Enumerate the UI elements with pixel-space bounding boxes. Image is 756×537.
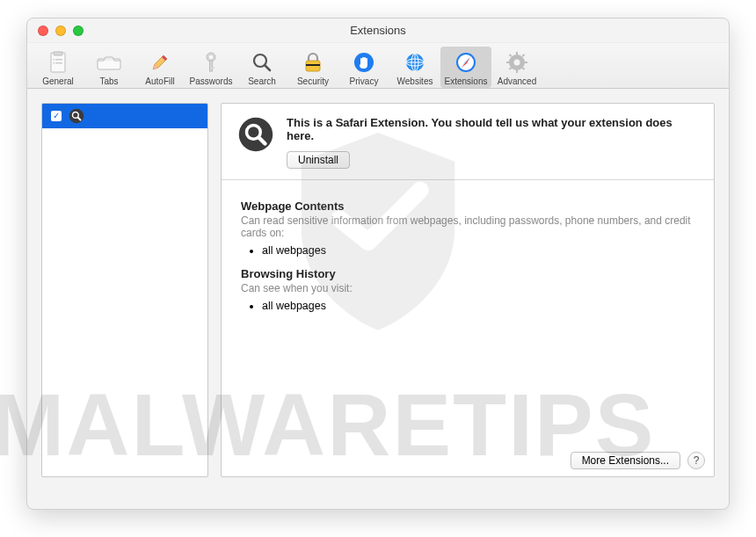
list-item: all webpages xyxy=(262,244,694,257)
traffic-lights xyxy=(27,25,84,36)
tab-label: Tabs xyxy=(84,76,134,86)
preferences-toolbar: General Tabs AutoFill Passwords Search xyxy=(27,43,729,89)
svg-rect-14 xyxy=(306,64,320,66)
svg-rect-29 xyxy=(509,54,512,57)
tab-advanced[interactable]: Advanced xyxy=(491,47,542,88)
content-area: ✓ This is a Safari Extension. You should… xyxy=(27,89,729,491)
section-heading: Browsing History xyxy=(241,267,694,280)
svg-rect-9 xyxy=(210,61,213,71)
svg-point-4 xyxy=(53,59,55,61)
detail-footer: More Extensions... ? xyxy=(571,452,705,469)
tab-label: Extensions xyxy=(440,76,491,86)
svg-point-33 xyxy=(69,109,84,124)
extension-description: This is a Safari Extension. You should t… xyxy=(287,116,698,142)
svg-rect-3 xyxy=(55,62,62,64)
section-text: Can read sensitive information from webp… xyxy=(241,214,694,239)
tab-label: Websites xyxy=(389,76,440,86)
extension-list-item[interactable]: ✓ xyxy=(42,104,207,128)
svg-line-12 xyxy=(265,65,270,70)
tab-general[interactable]: General xyxy=(33,47,84,88)
globe-icon xyxy=(403,50,427,75)
svg-point-5 xyxy=(53,62,55,64)
tab-websites[interactable]: Websites xyxy=(389,47,440,88)
compass-icon xyxy=(454,50,478,75)
tab-label: Search xyxy=(236,76,287,86)
gear-icon xyxy=(505,50,529,75)
preferences-window: Extensions General Tabs AutoFill Passw xyxy=(26,18,730,510)
tabs-icon xyxy=(97,50,121,75)
section-list: all webpages xyxy=(262,244,694,257)
svg-rect-31 xyxy=(522,54,526,57)
list-item: all webpages xyxy=(262,300,694,312)
tab-security[interactable]: Security xyxy=(287,47,338,88)
tab-label: Security xyxy=(287,76,338,86)
extension-enable-checkbox[interactable]: ✓ xyxy=(51,111,62,121)
svg-rect-1 xyxy=(54,52,62,55)
tab-extensions[interactable]: Extensions xyxy=(440,47,491,88)
section-heading: Webpage Contents xyxy=(241,200,694,213)
uninstall-button[interactable]: Uninstall xyxy=(287,151,350,169)
minimize-icon[interactable] xyxy=(55,25,66,36)
tab-label: Passwords xyxy=(185,76,236,86)
tab-label: AutoFill xyxy=(134,76,185,86)
tab-label: Privacy xyxy=(338,76,389,86)
tab-tabs[interactable]: Tabs xyxy=(84,47,134,88)
close-icon[interactable] xyxy=(38,25,48,36)
tab-passwords[interactable]: Passwords xyxy=(185,47,236,88)
extension-detail: This is a Safari Extension. You should t… xyxy=(221,103,715,477)
zoom-icon[interactable] xyxy=(73,25,84,36)
permissions-body: Webpage Contents Can read sensitive info… xyxy=(222,180,714,338)
svg-point-36 xyxy=(239,118,273,152)
key-icon xyxy=(199,50,223,75)
svg-rect-27 xyxy=(506,62,510,63)
tab-autofill[interactable]: AutoFill xyxy=(134,47,185,88)
general-icon xyxy=(46,50,70,75)
svg-rect-2 xyxy=(55,59,62,61)
help-button[interactable]: ? xyxy=(687,452,705,469)
more-extensions-button[interactable]: More Extensions... xyxy=(571,452,680,469)
window-title: Extensions xyxy=(350,24,406,37)
tab-search[interactable]: Search xyxy=(236,47,287,88)
extensions-sidebar: ✓ xyxy=(41,103,208,477)
svg-rect-25 xyxy=(516,52,518,55)
section-text: Can see when you visit: xyxy=(241,282,694,294)
tab-label: General xyxy=(33,76,84,86)
pencil-icon xyxy=(148,50,172,75)
svg-rect-26 xyxy=(516,69,518,73)
hand-icon xyxy=(352,50,376,75)
detail-header: This is a Safari Extension. You should t… xyxy=(222,104,714,180)
svg-point-8 xyxy=(209,55,213,59)
search-icon xyxy=(237,116,274,153)
search-icon xyxy=(250,50,274,75)
section-list: all webpages xyxy=(262,300,694,312)
svg-rect-28 xyxy=(524,62,527,63)
titlebar: Extensions xyxy=(27,18,729,43)
tab-privacy[interactable]: Privacy xyxy=(338,47,389,88)
svg-rect-10 xyxy=(212,67,214,69)
svg-point-24 xyxy=(514,60,520,66)
lock-icon xyxy=(301,50,325,75)
tab-label: Advanced xyxy=(491,76,542,86)
search-icon xyxy=(69,108,84,124)
